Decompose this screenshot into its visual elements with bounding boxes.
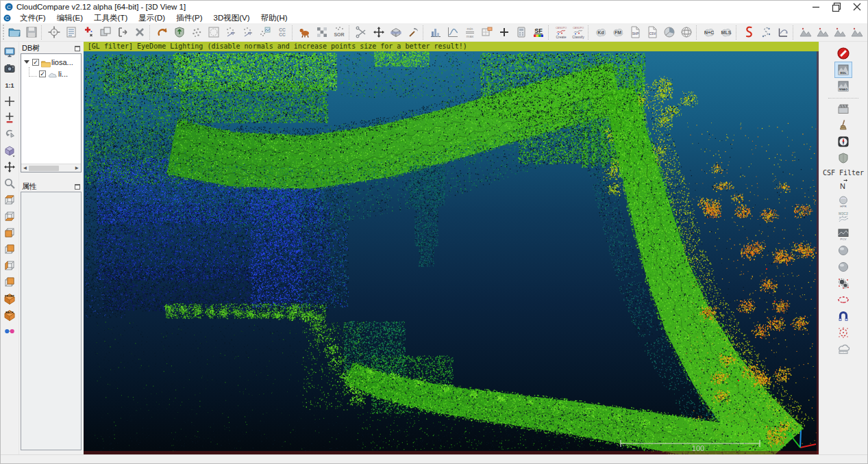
- scroll-left-icon[interactable]: ◄: [21, 164, 29, 172]
- tree-item-0[interactable]: ✓liosa...: [21, 56, 81, 68]
- axis-align-button[interactable]: [774, 24, 791, 41]
- db-tree-float-button[interactable]: [75, 46, 80, 51]
- sketch-points-button[interactable]: [757, 24, 774, 41]
- properties-float-button[interactable]: [75, 184, 80, 190]
- cross-section-button[interactable]: [387, 24, 404, 41]
- iso-view-button[interactable]: [2, 144, 17, 157]
- facets-fm-button[interactable]: FM: [609, 24, 626, 41]
- compass-button[interactable]: [835, 134, 852, 149]
- view-right-button[interactable]: [2, 275, 17, 289]
- facets-button[interactable]: [835, 151, 852, 166]
- screenshot-button[interactable]: [2, 62, 17, 75]
- point-list-picking-button[interactable]: [79, 24, 97, 41]
- segment-button[interactable]: [353, 24, 370, 41]
- menu-e[interactable]: 编辑(E): [51, 13, 88, 23]
- zoom-1-1-button[interactable]: 1:1: [2, 78, 17, 92]
- tree-item-1[interactable]: ✓li...: [21, 68, 81, 79]
- sf-color-scale-button[interactable]: SF: [530, 24, 547, 41]
- translate-rotate-button[interactable]: [153, 24, 171, 41]
- terrain-plugin-4-button[interactable]: [848, 24, 865, 41]
- clean-broom-button[interactable]: [835, 118, 852, 133]
- open-file-button[interactable]: [5, 24, 23, 41]
- scale-minmax-button[interactable]: minmax: [461, 24, 478, 41]
- chessboard-resample-button[interactable]: [313, 24, 330, 41]
- menu-d[interactable]: 显示(D): [133, 13, 171, 23]
- view-bottom-button[interactable]: [2, 209, 17, 223]
- edl-filter-button[interactable]: EDL: [835, 62, 852, 77]
- delete-button[interactable]: [131, 24, 148, 41]
- view-back-solid-button[interactable]: BACK: [2, 308, 17, 322]
- db-tree[interactable]: ✓liosa...✓li... ◄ ►: [21, 53, 82, 172]
- interactive-transform-button[interactable]: [370, 24, 387, 41]
- octree-button[interactable]: [188, 24, 205, 41]
- view-front-button[interactable]: [2, 226, 17, 240]
- terrain-plugin-5-button[interactable]: [865, 24, 867, 41]
- scroll-right-icon[interactable]: ►: [73, 164, 81, 172]
- histogram-button[interactable]: [427, 24, 444, 41]
- filter-points-button[interactable]: [239, 24, 256, 41]
- stereo-glasses-button[interactable]: [2, 324, 17, 338]
- terrain-plugin-2-button[interactable]: [814, 24, 831, 41]
- menu-p[interactable]: 插件(P): [171, 13, 208, 23]
- clone-button[interactable]: [97, 24, 114, 41]
- close-button[interactable]: [847, 1, 867, 13]
- sample-points-button[interactable]: [205, 24, 222, 41]
- terrain-plugin-1-button[interactable]: [797, 24, 814, 41]
- ransac-shapes-button[interactable]: [835, 259, 852, 274]
- menu-t[interactable]: 工具类(T): [88, 13, 133, 23]
- set-pivot-center-button[interactable]: [2, 94, 17, 108]
- hough-normals-button[interactable]: N: [835, 177, 852, 192]
- toolbar-grip[interactable]: [3, 25, 4, 40]
- merge-button[interactable]: [114, 24, 131, 41]
- pan-view-button[interactable]: [2, 160, 17, 174]
- interpolate-sf-button[interactable]: [256, 24, 273, 41]
- gears-button[interactable]: [835, 276, 852, 291]
- view-back-button[interactable]: [2, 242, 17, 256]
- add-constant-sf-button[interactable]: [495, 24, 512, 41]
- animation-button[interactable]: [835, 101, 852, 116]
- csv-export-button[interactable]: CSV: [643, 24, 660, 41]
- canupo-classify-button[interactable]: CANUPOClassify: [569, 24, 586, 41]
- subsample-button[interactable]: [222, 24, 239, 41]
- global-shift-button[interactable]: [45, 24, 62, 41]
- sketch-curve-button[interactable]: [740, 24, 757, 41]
- poisson-recon-button[interactable]: [835, 309, 852, 324]
- save-button[interactable]: [23, 24, 40, 41]
- cloud-measure-button[interactable]: [835, 341, 852, 357]
- m3c2-button[interactable]: M3C2: [835, 210, 852, 225]
- view-front-solid-button[interactable]: FRONT: [2, 292, 17, 305]
- terrain-plugin-3-button[interactable]: [831, 24, 848, 41]
- menu-f[interactable]: 文件(F): [14, 13, 51, 23]
- db-tree-hscrollbar[interactable]: ◄ ►: [21, 164, 81, 172]
- label-connected-button[interactable]: [478, 24, 495, 41]
- canupo-create-button[interactable]: CANUPOCreate: [552, 24, 569, 41]
- point-cloud-canvas[interactable]: [84, 51, 819, 454]
- normals-curvature-button[interactable]: N+C: [700, 24, 717, 41]
- view-left-button[interactable]: [2, 259, 17, 272]
- sf-arithmetic-button[interactable]: [512, 24, 530, 41]
- circle-fit-button[interactable]: [835, 325, 852, 340]
- visibility-checkbox[interactable]: ✓: [39, 70, 46, 77]
- pcv-button[interactable]: PCV: [835, 227, 852, 242]
- shp-export-button[interactable]: SHP: [626, 24, 643, 41]
- scroll-thumb[interactable]: [29, 166, 59, 171]
- auto-pick-center-button[interactable]: [2, 111, 17, 125]
- sor-filter-button[interactable]: SOR: [330, 24, 347, 41]
- compute-normals-button[interactable]: [171, 24, 188, 41]
- minimize-button[interactable]: [806, 1, 826, 13]
- kd-tree-button[interactable]: Kd: [592, 24, 609, 41]
- 3d-viewport[interactable]: [GL filter] EyeDome Lighting (disable no…: [84, 42, 819, 454]
- menu-dv[interactable]: 3D视图(V): [208, 13, 256, 23]
- view-top-button[interactable]: [2, 193, 17, 207]
- hpr-button[interactable]: HPR: [835, 194, 852, 209]
- mls-smoothing-button[interactable]: MLS: [717, 24, 734, 41]
- disable-filters-button[interactable]: [835, 46, 852, 61]
- pick-rotation-center-button[interactable]: [404, 24, 421, 41]
- properties-list-button[interactable]: [62, 24, 79, 41]
- render-screen-button[interactable]: [2, 45, 17, 59]
- menu-h[interactable]: 帮助(H): [256, 13, 293, 23]
- restore-button[interactable]: [826, 1, 847, 13]
- gaussian-filter-button[interactable]: [296, 24, 313, 41]
- statistical-test-button[interactable]: [444, 24, 461, 41]
- sra-sphere-button[interactable]: [835, 243, 852, 258]
